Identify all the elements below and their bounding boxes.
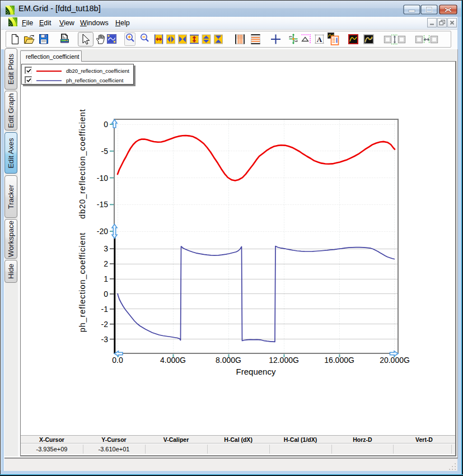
svg-text:0: 0 [104,120,108,129]
svg-text:-15: -15 [97,200,108,209]
svg-text:1: 1 [104,274,108,283]
svg-text:-5: -5 [101,147,109,156]
svg-text:ph_reflection_coefficient: ph_reflection_coefficient [78,232,87,333]
svg-text:4.000G: 4.000G [160,356,186,365]
svg-text:-20: -20 [97,227,108,236]
svg-text:20.000G: 20.000G [380,356,410,365]
svg-text:3: 3 [104,244,108,253]
svg-text:-2: -2 [101,320,109,329]
svg-text:0.0: 0.0 [112,356,123,365]
svg-text:Frequency: Frequency [236,367,276,376]
svg-text:-1: -1 [101,305,109,314]
svg-text:12.000G: 12.000G [269,356,299,365]
svg-text:2: 2 [104,259,108,268]
svg-text:A: A [317,35,322,44]
svg-text:16.000G: 16.000G [324,356,354,365]
svg-text:-10: -10 [97,174,108,183]
svg-text:-3: -3 [101,335,109,344]
svg-text:0: 0 [104,290,108,298]
svg-text:8.000G: 8.000G [216,356,241,365]
svg-text:db20_reflection_coefficient: db20_reflection_coefficient [78,109,87,219]
